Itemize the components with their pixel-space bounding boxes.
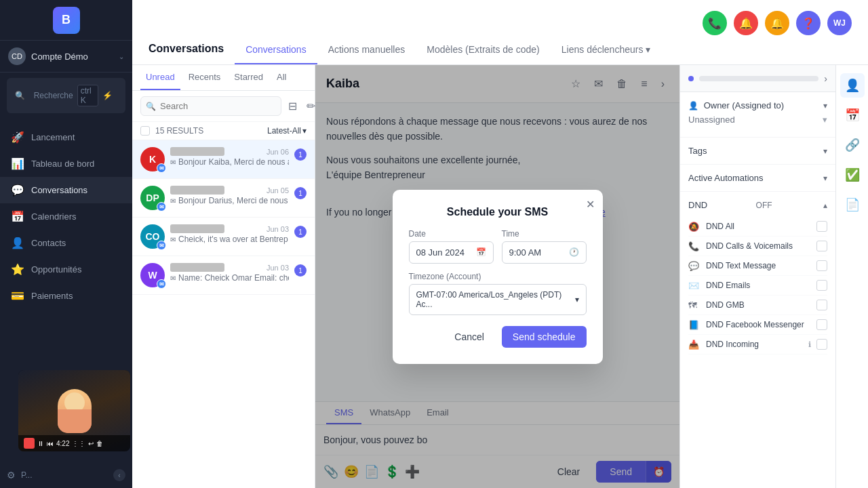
dnd-gmb-label: DND GMB (706, 300, 811, 310)
sidebar-item-conversations[interactable]: 💬 Conversations (0, 177, 132, 203)
filter-icon[interactable]: ⊟ (285, 97, 300, 115)
sidebar-item-label: Tableau de bord (31, 159, 94, 169)
sort-selector[interactable]: Latest-All ▾ (267, 126, 307, 136)
icon-sidebar-checklist[interactable]: ✅ (840, 163, 865, 187)
sidebar-search[interactable]: 🔍 Recherche ctrl K ⚡ (7, 78, 125, 113)
dnd-all-checkbox[interactable] (816, 221, 827, 232)
icon-sidebar-connections[interactable]: 🔗 (840, 133, 865, 157)
grid-button[interactable]: ⋮⋮ (72, 440, 85, 447)
notification-bell-icon[interactable]: 🔔 (734, 11, 758, 35)
conv-tab-starred[interactable]: Starred (229, 65, 269, 90)
icon-sidebar-document[interactable]: 📄 (840, 192, 865, 217)
sidebar: B CD Compte Démo ⌄ 🔍 Recherche ctrl K ⚡ … (0, 0, 132, 488)
rewind-button[interactable]: ⏮ (47, 440, 54, 447)
dnd-incoming-checkbox[interactable] (816, 339, 827, 350)
time-label: Time (502, 229, 587, 239)
calendar-icon: 📅 (476, 247, 486, 257)
conv-tab-all[interactable]: All (271, 65, 292, 90)
sidebar-item-paiements[interactable]: 💳 Paiements (0, 283, 132, 309)
trash-button[interactable]: 🗑 (96, 440, 103, 447)
conv-items: K ✉ Jun 06 ✉ Bonjour Kaiba, Merci de nou… (132, 140, 315, 488)
tags-section-header[interactable]: Tags ▾ (688, 146, 827, 156)
email-badge-co: ✉ (157, 241, 166, 250)
owner-chevron-icon: ▾ (823, 101, 827, 110)
settings-icon[interactable]: ⚙ (7, 470, 16, 481)
icon-sidebar-person[interactable]: 👤 (840, 73, 865, 98)
rp-chevron-icon[interactable]: › (824, 73, 827, 84)
avatar-w: W ✉ (140, 263, 165, 287)
tab-conversations[interactable]: Conversations (235, 36, 317, 64)
select-all-checkbox[interactable] (140, 126, 150, 136)
dnd-gmb-checkbox[interactable] (816, 300, 827, 310)
conv-badge-w: 1 (294, 264, 307, 277)
conv-item-co[interactable]: CO ✉ Jun 03 ✉ Cheick, it's wa over at Be… (132, 218, 315, 256)
clock-icon: 🕐 (569, 247, 579, 257)
dnd-item-emails: ✉️ DND Emails (688, 276, 827, 296)
tab-actions-manuelles[interactable]: Actions manuelles (317, 36, 416, 64)
dnd-text-checkbox[interactable] (816, 260, 827, 271)
automations-section-header[interactable]: Active Automations ▾ (688, 173, 827, 183)
timezone-select[interactable]: GMT-07:00 America/Los_Angeles (PDT) Ac..… (409, 284, 587, 315)
time-input[interactable]: 9:00 AM 🕐 (502, 241, 587, 264)
date-input[interactable]: 08 Jun 2024 📅 (409, 241, 494, 264)
account-avatar: CD (8, 47, 26, 65)
date-value: 08 Jun 2024 (416, 247, 465, 258)
dnd-header[interactable]: DND OFF ▴ (688, 200, 827, 210)
main-content: 📞 🔔 🔔 ❓ WJ Conversations Conversations A… (132, 0, 868, 488)
tags-chevron-icon: ▾ (823, 146, 827, 156)
dnd-gmb-icon: 🗺 (688, 300, 701, 310)
send-schedule-button[interactable]: Send schedule (502, 326, 587, 348)
collapse-sidebar-button[interactable]: ‹ (113, 469, 125, 481)
contacts-icon: 👤 (11, 237, 24, 249)
time-field: Time 9:00 AM 🕐 (502, 229, 587, 264)
help-icon[interactable]: ❓ (796, 11, 821, 35)
sidebar-item-contacts[interactable]: 👤 Contacts (0, 230, 132, 256)
conv-item-dp[interactable]: DP ✉ Jun 05 ✉ Bonjour Darius, Merci de n… (132, 179, 315, 218)
alert-icon[interactable]: 🔔 (765, 11, 789, 35)
video-preview: ⏸ ⏮ 4:22 ⋮⋮ ↩ 🗑 (18, 370, 130, 451)
pause-button[interactable]: ⏸ (37, 440, 44, 447)
account-selector[interactable]: CD Compte Démo ⌄ (0, 41, 132, 73)
dnd-incoming-info-icon: ℹ (808, 340, 811, 349)
icon-sidebar-calendar[interactable]: 📅 (840, 103, 865, 127)
cancel-button[interactable]: Cancel (443, 326, 495, 348)
sidebar-item-tableau[interactable]: 📊 Tableau de bord (0, 150, 132, 177)
conv-tab-recents[interactable]: Recents (183, 65, 226, 90)
right-panel: › 👤 Owner (Assigned to) ▾ Unassigned ▾ (679, 65, 835, 488)
video-overlay: ⏸ ⏮ 4:22 ⋮⋮ ↩ 🗑 (18, 435, 130, 451)
dnd-calls-label: DND Calls & Voicemails (706, 241, 811, 251)
owner-expand-icon: ▾ (823, 115, 827, 125)
timezone-value: GMT-07:00 America/Los_Angeles (PDT) Ac..… (416, 290, 575, 309)
chat-wrapper: Kaiba ☆ ✉ 🗑 ≡ › Nous répondons à chaque … (315, 65, 679, 488)
account-name: Compte Démo (31, 52, 113, 62)
modal-close-button[interactable]: ✕ (586, 198, 595, 211)
rec-button[interactable] (24, 438, 35, 449)
timezone-chevron-icon: ▾ (575, 295, 579, 304)
conv-item-w[interactable]: W ✉ Jun 03 ✉ Name: Cheick Omar Email: ch… (132, 256, 315, 295)
tags-section: Tags ▾ (680, 138, 835, 165)
dnd-text-icon: 💬 (688, 261, 701, 271)
user-avatar[interactable]: WJ (827, 11, 852, 35)
undo-button[interactable]: ↩ (88, 440, 94, 447)
tab-modeles[interactable]: Modèles (Extraits de code) (416, 36, 551, 64)
dnd-item-text: 💬 DND Text Message (688, 256, 827, 276)
owner-section-header[interactable]: 👤 Owner (Assigned to) ▾ (688, 100, 827, 110)
page-title: Conversations (149, 35, 224, 64)
sidebar-item-lancement[interactable]: 🚀 Lancement (0, 124, 132, 150)
dnd-emails-checkbox[interactable] (816, 280, 827, 291)
sidebar-bottom: ⚙ P... ‹ (0, 462, 132, 488)
dnd-item-facebook: 📘 DND Facebook Messenger (688, 315, 827, 335)
dnd-calls-icon: 📞 (688, 241, 701, 251)
dnd-calls-checkbox[interactable] (816, 241, 827, 251)
conv-info-dp: Jun 05 ✉ Bonjour Darius, Merci de nous a (170, 186, 289, 205)
dnd-item-gmb: 🗺 DND GMB (688, 296, 827, 315)
email-badge-k: ✉ (157, 163, 166, 173)
sidebar-item-opportunites[interactable]: ⭐ Opportunités (0, 256, 132, 283)
phone-icon[interactable]: 📞 (703, 11, 727, 35)
conv-item-k[interactable]: K ✉ Jun 06 ✉ Bonjour Kaiba, Merci de nou… (132, 140, 315, 179)
sidebar-item-calendriers[interactable]: 📅 Calendriers (0, 203, 132, 230)
dnd-facebook-checkbox[interactable] (816, 319, 827, 330)
tab-liens-declencheurs[interactable]: Liens déclencheurs ▾ (551, 36, 662, 64)
conv-search-input[interactable] (140, 96, 281, 116)
conv-tab-unread[interactable]: Unread (140, 65, 180, 90)
